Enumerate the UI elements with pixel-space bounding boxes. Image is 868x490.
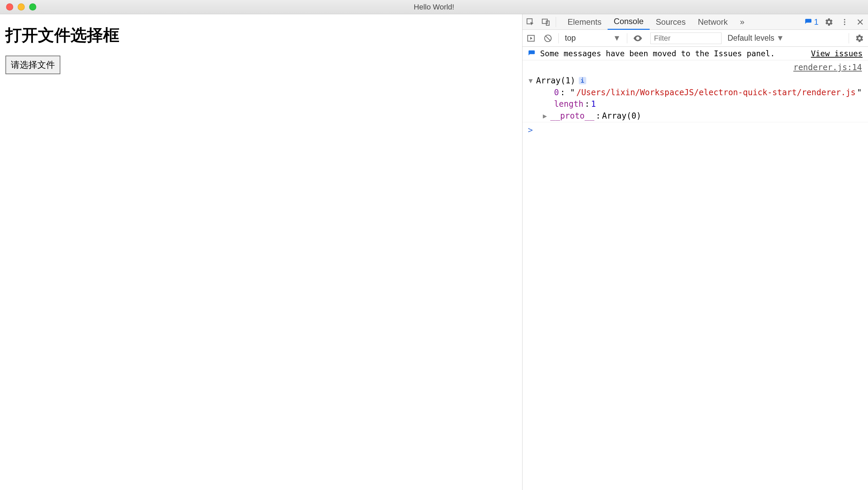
separator [558, 33, 559, 43]
close-devtools-icon[interactable] [852, 14, 868, 30]
view-issues-link[interactable]: View issues [811, 49, 863, 58]
disclosure-triangle-down-icon[interactable]: ▼ [529, 76, 535, 86]
page-content: 打开文件选择框 请选择文件 [0, 14, 522, 490]
array-index-label: 0 [554, 87, 559, 99]
devtools-panel: Elements Console Sources Network » 1 [522, 14, 868, 490]
console-settings-gear-icon[interactable] [851, 30, 868, 47]
settings-gear-icon[interactable] [821, 14, 837, 30]
separator [849, 33, 849, 43]
window-controls [6, 3, 36, 11]
window-body: 打开文件选择框 请选择文件 Elements Console Sources N… [0, 14, 868, 490]
chevron-down-icon: ▼ [776, 34, 784, 43]
tab-more[interactable]: » [734, 14, 750, 30]
disclosure-triangle-right-icon[interactable]: ▶ [543, 111, 549, 121]
issues-message: Some messages have been moved to the Iss… [540, 49, 775, 58]
svg-point-5 [844, 24, 845, 25]
tab-elements[interactable]: Elements [561, 14, 608, 30]
maximize-window-button[interactable] [29, 3, 36, 11]
proto-value: Array(0) [602, 110, 642, 122]
length-value: 1 [591, 98, 596, 110]
context-value: top [565, 34, 576, 43]
length-label: length [554, 98, 584, 110]
separator [556, 17, 556, 27]
choose-file-button[interactable]: 请选择文件 [5, 56, 60, 74]
proto-label: __proto__ [550, 110, 594, 122]
app-window: Hello World! 打开文件选择框 请选择文件 Elements Cons… [0, 0, 868, 490]
info-badge-icon[interactable]: i [579, 77, 586, 84]
console-prompt[interactable]: > [522, 122, 868, 138]
log-levels-selector[interactable]: Default levels ▼ [728, 34, 784, 43]
prompt-chevron-icon: > [528, 125, 533, 135]
tab-sources[interactable]: Sources [650, 14, 692, 30]
separator [627, 33, 627, 43]
tab-console[interactable]: Console [608, 14, 650, 30]
console-entry[interactable]: ▼ Array(1) i 0: "/Users/lixin/WorkspaceJ… [522, 75, 868, 122]
issues-count: 1 [814, 17, 818, 27]
toggle-sidebar-icon[interactable] [522, 30, 539, 47]
page-heading: 打开文件选择框 [5, 24, 517, 46]
svg-point-8 [637, 37, 638, 39]
source-link[interactable]: renderer.js:14 [522, 60, 868, 75]
window-title: Hello World! [414, 3, 454, 12]
message-icon [528, 50, 535, 57]
device-toggle-icon[interactable] [538, 14, 554, 30]
titlebar: Hello World! [0, 0, 868, 14]
svg-point-4 [844, 21, 845, 23]
clear-console-icon[interactable] [539, 30, 556, 47]
console-output: renderer.js:14 ▼ Array(1) i 0: "/Users/l… [522, 60, 868, 490]
minimize-window-button[interactable] [18, 3, 25, 11]
issues-notice: Some messages have been moved to the Iss… [522, 47, 868, 60]
live-expression-icon[interactable] [629, 30, 646, 47]
tab-network[interactable]: Network [692, 14, 734, 30]
chevron-down-icon: ▼ [613, 34, 621, 43]
console-toolbar: top ▼ Default levels ▼ [522, 30, 868, 47]
close-window-button[interactable] [6, 3, 13, 11]
context-selector[interactable]: top ▼ [561, 34, 625, 43]
filter-input[interactable] [650, 33, 722, 44]
devtools-tabbar: Elements Console Sources Network » 1 [522, 14, 868, 30]
issues-badge[interactable]: 1 [802, 17, 821, 27]
array-item-value: /Users/lixin/WorkspaceJS/electron-quick-… [576, 87, 856, 99]
inspect-element-icon[interactable] [522, 14, 538, 30]
log-levels-label: Default levels [728, 34, 774, 43]
kebab-menu-icon[interactable] [837, 14, 852, 30]
svg-point-3 [844, 19, 845, 20]
devtools-tabs: Elements Console Sources Network » [561, 14, 751, 30]
array-summary: Array(1) [536, 75, 575, 87]
